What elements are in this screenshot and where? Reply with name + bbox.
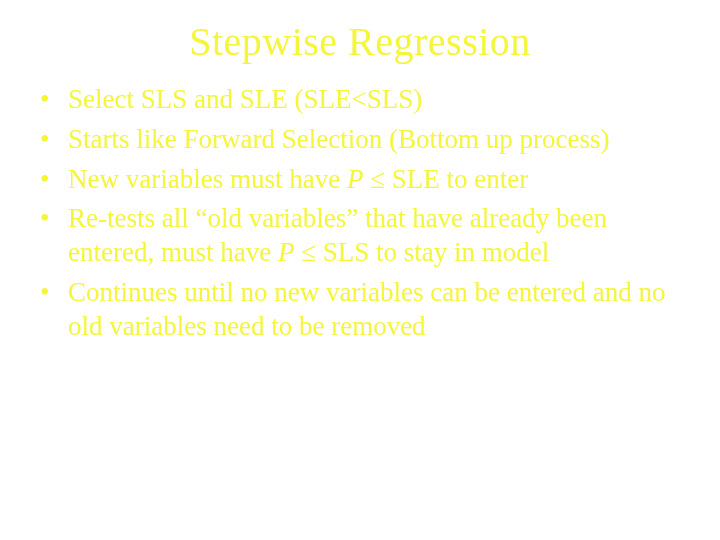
list-item: Continues until no new variables can be … — [40, 276, 690, 344]
variable-symbol: P — [278, 237, 295, 267]
slide: Stepwise Regression Select SLS and SLE (… — [0, 0, 720, 540]
slide-title: Stepwise Regression — [30, 18, 690, 65]
bullet-text-pre: New variables must have — [68, 164, 347, 194]
list-item: New variables must have P ≤ SLE to enter — [40, 163, 690, 197]
bullet-text: Starts like Forward Selection (Bottom up… — [68, 124, 609, 154]
variable-symbol: P — [347, 164, 364, 194]
bullet-text-post: ≤ SLS to stay in model — [294, 237, 549, 267]
list-item: Select SLS and SLE (SLE<SLS) — [40, 83, 690, 117]
bullet-text-post: ≤ SLE to enter — [363, 164, 528, 194]
bullet-list: Select SLS and SLE (SLE<SLS) Starts like… — [30, 83, 690, 343]
bullet-text: Continues until no new variables can be … — [68, 277, 666, 341]
bullet-text: Select SLS and SLE (SLE<SLS) — [68, 84, 422, 114]
list-item: Starts like Forward Selection (Bottom up… — [40, 123, 690, 157]
list-item: Re-tests all “old variables” that have a… — [40, 202, 690, 270]
